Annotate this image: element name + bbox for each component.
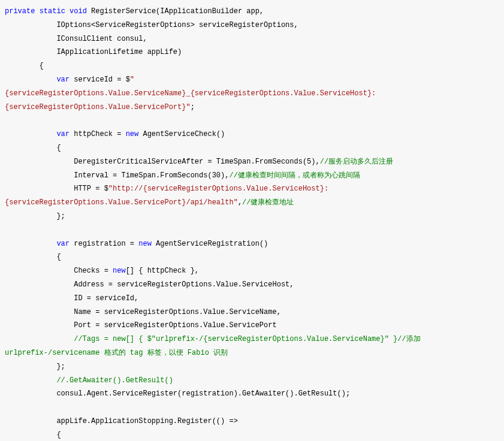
code-block: private static void RegisterService(IApp… — [5, 5, 499, 441]
